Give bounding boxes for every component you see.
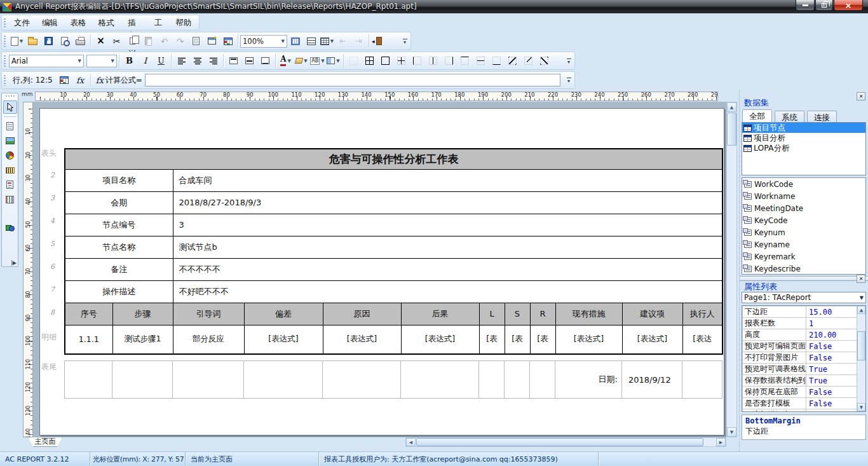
redo-button[interactable]: ↷: [173, 34, 187, 48]
property-row[interactable]: 不打印背景图片 False: [743, 352, 857, 364]
border-diagonal-box-button[interactable]: [521, 53, 536, 68]
underline-button[interactable]: U: [154, 53, 168, 68]
border-diagonal-up-button[interactable]: [537, 53, 552, 68]
footer-cell[interactable]: [244, 361, 323, 399]
field-item[interactable]: Keyname: [742, 238, 865, 250]
info-label-cell[interactable]: 备注: [65, 258, 173, 280]
page-tab[interactable]: 主页面: [28, 437, 62, 447]
grid-data-cell[interactable]: [表: [479, 325, 505, 354]
paste-button[interactable]: [141, 34, 156, 48]
property-value[interactable]: False: [806, 398, 857, 409]
scroll-down-button[interactable]: ▼: [857, 403, 865, 411]
property-value[interactable]: 1: [806, 318, 857, 329]
valign-top-button[interactable]: [226, 53, 241, 68]
field-item[interactable]: KeyCode: [742, 214, 865, 226]
property-row[interactable]: 是否套打模板 False: [743, 398, 857, 409]
grid-header-cell[interactable]: 引导词: [173, 303, 244, 325]
menubar-grip[interactable]: [4, 18, 6, 27]
property-value[interactable]: 210.00: [806, 329, 857, 341]
font-size-combo[interactable]: ▼: [86, 55, 117, 67]
property-value[interactable]: False: [806, 409, 857, 413]
new-button[interactable]: ▼: [10, 34, 24, 48]
toolbar-grip[interactable]: [4, 74, 6, 86]
grid-data-cell[interactable]: [表达式]: [323, 325, 401, 354]
align-center-button[interactable]: [190, 53, 205, 68]
align-right-button[interactable]: [206, 53, 220, 68]
field-item[interactable]: Workname: [742, 190, 865, 202]
menu-item[interactable]: 表格(T): [65, 17, 93, 29]
property-value[interactable]: True: [806, 364, 857, 375]
design-canvas[interactable]: 表头 明细 表尾 2 3 4 5 6 7 8 危害与可操作性分析工作: [33, 102, 726, 437]
toolbox-expand-button[interactable]: |▶: [11, 260, 18, 266]
border-left-button[interactable]: [410, 53, 424, 68]
save-button[interactable]: [41, 34, 56, 48]
scroll-up-button[interactable]: ▲: [857, 306, 865, 314]
toolbar-overflow-button[interactable]: ▾: [400, 39, 409, 44]
info-value-cell[interactable]: 3: [173, 214, 722, 236]
menu-item[interactable]: 插入(I): [122, 17, 149, 29]
formula-input[interactable]: [145, 74, 560, 86]
property-value[interactable]: False: [806, 387, 857, 398]
menu-item[interactable]: 文件(F): [8, 17, 36, 29]
info-value-cell[interactable]: 不不不不不: [173, 258, 722, 280]
panel-close-button[interactable]: ✕: [857, 92, 865, 100]
grid-header-cell[interactable]: 步骤: [112, 303, 173, 325]
zoom-combo[interactable]: 100% ▼: [240, 35, 287, 48]
grid-data-cell[interactable]: [表: [530, 325, 555, 354]
print-button[interactable]: [73, 34, 88, 48]
info-label-cell[interactable]: 节点编号: [65, 214, 173, 236]
border-inner-button[interactable]: [394, 53, 409, 68]
richtext-tool[interactable]: [3, 178, 17, 191]
function-button[interactable]: fx: [73, 73, 88, 88]
border-none-button[interactable]: [346, 53, 361, 68]
dataset-item[interactable]: LOPA分析: [742, 143, 865, 153]
grid-header-cell[interactable]: 现有措施: [555, 303, 622, 325]
dataset-item[interactable]: 项目分析: [742, 133, 865, 143]
date-value-cell[interactable]: 2018/9/12: [622, 361, 682, 399]
grid-header-cell[interactable]: 执行人: [682, 303, 722, 325]
field-item[interactable]: Keynum: [742, 226, 865, 238]
border-inner-horizontal-button[interactable]: [473, 53, 488, 68]
fill-color-button[interactable]: ▼: [294, 53, 309, 68]
menu-item[interactable]: 格式(M): [93, 17, 122, 29]
property-value[interactable]: True: [806, 375, 857, 387]
footer-cell[interactable]: [401, 361, 479, 399]
property-row[interactable]: 高度 210.00: [743, 329, 857, 341]
property-value[interactable]: False: [806, 341, 857, 352]
dataset-item[interactable]: 项目节点: [742, 123, 865, 133]
grid-data-cell[interactable]: [表达式]: [401, 325, 479, 354]
valign-middle-button[interactable]: [242, 53, 257, 68]
bold-button[interactable]: B: [122, 53, 137, 68]
valign-bottom-button[interactable]: [258, 53, 273, 68]
grid-header-cell[interactable]: 偏差: [244, 303, 323, 325]
toolbar-grip[interactable]: [4, 35, 6, 47]
grid-button[interactable]: [288, 34, 302, 48]
open-button[interactable]: [25, 34, 40, 48]
print-preview-button[interactable]: [57, 34, 72, 48]
columns-tool[interactable]: [3, 193, 17, 206]
vertical-scrollbar[interactable]: ▲ ▼: [726, 102, 737, 437]
page-setup-button[interactable]: [189, 34, 203, 48]
vertical-scroll-thumb[interactable]: [727, 113, 736, 146]
grid-header-cell[interactable]: 序号: [65, 303, 112, 325]
property-row[interactable]: 保存数据表结构到 True: [743, 375, 857, 387]
close-button[interactable]: ×: [834, 0, 863, 11]
menu-item[interactable]: 帮助(H): [170, 17, 199, 29]
shapes-tool[interactable]: [3, 221, 17, 234]
barcode-tool[interactable]: [3, 163, 17, 177]
border-all-button[interactable]: [362, 53, 377, 68]
grid-data-cell[interactable]: [表: [505, 325, 530, 354]
image-tool[interactable]: [3, 134, 17, 147]
info-label-cell[interactable]: 会期: [65, 191, 173, 214]
border-right-button[interactable]: [442, 53, 456, 68]
menu-item[interactable]: 工具: [149, 17, 170, 29]
text-tool[interactable]: [3, 120, 17, 133]
restore-button[interactable]: [815, 0, 833, 11]
grid-header-cell[interactable]: 建议项: [622, 303, 682, 325]
property-row[interactable]: 预览时可调表格线 True: [743, 364, 857, 375]
font-color-button[interactable]: A▼: [278, 53, 293, 68]
copy-button[interactable]: [125, 34, 140, 48]
footer-cell[interactable]: [505, 361, 530, 399]
report-page[interactable]: 表头 明细 表尾 2 3 4 5 6 7 8 危害与可操作性分析工作: [39, 108, 724, 435]
property-row[interactable]: 预览时可编辑页面 False: [743, 341, 857, 352]
